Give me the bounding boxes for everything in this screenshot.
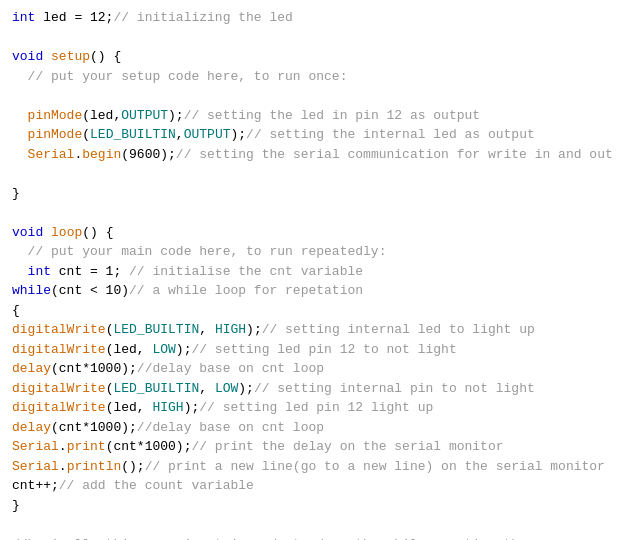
code-segment-normal: () { xyxy=(82,225,113,240)
code-segment-cyan: OUTPUT xyxy=(121,108,168,123)
code-line xyxy=(12,86,610,106)
code-segment-comment: // setting led pin 12 to not light xyxy=(191,342,456,357)
code-segment-normal: (cnt < 10) xyxy=(51,283,129,298)
code-line: Serial.println();// print a new line(go … xyxy=(12,457,610,477)
code-segment-kw: while xyxy=(12,283,51,298)
code-segment-normal: { xyxy=(12,303,20,318)
code-line: while(cnt < 10)// a while loop for repet… xyxy=(12,281,610,301)
code-line: Serial.print(cnt*1000);// print the dela… xyxy=(12,437,610,457)
code-segment-normal: ); xyxy=(246,322,262,337)
code-segment-normal: (cnt*1000); xyxy=(106,439,192,454)
code-segment-cyan: LOW xyxy=(152,342,175,357)
code-segment-comment: // print a new line(go to a new line) on… xyxy=(145,459,605,474)
code-segment-cyan: LED_BUILTIN xyxy=(113,322,199,337)
code-segment-normal xyxy=(12,264,28,279)
code-segment-comment: // initialise the cnt variable xyxy=(129,264,363,279)
code-segment-kw: int xyxy=(28,264,51,279)
code-line: int led = 12;// initializing the led xyxy=(12,8,610,28)
code-segment-fn: delay xyxy=(12,420,51,435)
code-segment-comment: // put your main code here, to run repea… xyxy=(12,244,386,259)
code-segment-cyan: HIGH xyxy=(152,400,183,415)
code-segment-fn: digitalWrite xyxy=(12,342,106,357)
code-line: } xyxy=(12,184,610,204)
code-segment-normal: . xyxy=(59,459,67,474)
code-segment-fn: setup xyxy=(51,49,90,64)
code-segment-normal: (led, xyxy=(82,108,121,123)
code-line xyxy=(12,515,610,535)
code-segment-comment: // setting led pin 12 light up xyxy=(199,400,433,415)
code-segment-comment: // put your setup code here, to run once… xyxy=(12,69,347,84)
code-segment-normal: ); xyxy=(176,342,192,357)
code-segment-fn: Serial xyxy=(12,439,59,454)
code-segment-normal: (led, xyxy=(106,400,153,415)
code-segment-comment: //delay base on cnt loop xyxy=(137,420,324,435)
code-segment-normal: ); xyxy=(238,381,254,396)
code-segment-comment: // setting the serial communication for … xyxy=(176,147,613,162)
code-line: // put your main code here, to run repea… xyxy=(12,242,610,262)
code-segment-normal xyxy=(43,225,51,240)
code-segment-kw: void xyxy=(12,225,43,240)
code-line: digitalWrite(LED_BUILTIN, LOW);// settin… xyxy=(12,379,610,399)
code-segment-normal: ); xyxy=(230,127,246,142)
code-segment-fn: Serial xyxy=(12,459,59,474)
code-segment-normal: cnt++; xyxy=(12,478,59,493)
code-line: delay(cnt*1000);//delay base on cnt loop xyxy=(12,418,610,438)
code-segment-comment: // setting internal pin to not light xyxy=(254,381,535,396)
code-segment-normal: ); xyxy=(168,108,184,123)
code-segment-fn: loop xyxy=(51,225,82,240)
code-segment-normal xyxy=(12,127,28,142)
code-segment-normal: ( xyxy=(82,127,90,142)
code-segment-fn: Serial xyxy=(28,147,75,162)
code-segment-fn: begin xyxy=(82,147,121,162)
code-segment-kw: void xyxy=(12,49,43,64)
code-line xyxy=(12,28,610,48)
code-line: { xyxy=(12,301,610,321)
code-segment-comment: //delay base on cnt loop xyxy=(137,361,324,376)
code-segment-comment: // initializing the led xyxy=(113,10,292,25)
code-segment-cyan: LED_BUILTIN xyxy=(90,127,176,142)
code-segment-fn: pinMode xyxy=(28,127,83,142)
code-segment-fn: delay xyxy=(12,361,51,376)
code-segment-normal: (); xyxy=(121,459,144,474)
code-line xyxy=(12,203,610,223)
code-segment-cyan: OUTPUT xyxy=(184,127,231,142)
code-line: void loop() { xyxy=(12,223,610,243)
code-segment-cyan: LED_BUILTIN xyxy=(113,381,199,396)
code-segment-normal: (cnt*1000); xyxy=(51,361,137,376)
code-line: delay(cnt*1000);//delay base on cnt loop xyxy=(12,359,610,379)
code-line: digitalWrite(LED_BUILTIN, HIGH);// setti… xyxy=(12,320,610,340)
code-segment-normal: . xyxy=(59,439,67,454)
code-segment-fn: digitalWrite xyxy=(12,381,106,396)
code-line: digitalWrite(led, LOW);// setting led pi… xyxy=(12,340,610,360)
code-segment-normal xyxy=(12,108,28,123)
code-segment-normal: (cnt*1000); xyxy=(51,420,137,435)
code-line: pinMode(LED_BUILTIN,OUTPUT);// setting t… xyxy=(12,125,610,145)
code-line: //basically this experiment is made to d… xyxy=(12,535,610,541)
code-editor: int led = 12;// initializing the led voi… xyxy=(12,8,610,540)
code-segment-fn: print xyxy=(67,439,106,454)
code-segment-fn: println xyxy=(67,459,122,474)
code-segment-normal: (led, xyxy=(106,342,153,357)
code-segment-fn: digitalWrite xyxy=(12,400,106,415)
code-segment-comment: // print the delay on the serial monitor xyxy=(191,439,503,454)
code-segment-cyan: HIGH xyxy=(215,322,246,337)
code-segment-normal: led = 12; xyxy=(35,10,113,25)
code-line: cnt++;// add the count variable xyxy=(12,476,610,496)
code-segment-cyan: LOW xyxy=(215,381,238,396)
code-line: digitalWrite(led, HIGH);// setting led p… xyxy=(12,398,610,418)
code-segment-normal: , xyxy=(199,381,215,396)
code-segment-normal: cnt = 1; xyxy=(51,264,129,279)
code-segment-normal: , xyxy=(199,322,215,337)
code-segment-normal: } xyxy=(12,186,20,201)
code-segment-normal: ); xyxy=(184,400,200,415)
code-segment-comment: // setting the internal led as output xyxy=(246,127,535,142)
code-line: // put your setup code here, to run once… xyxy=(12,67,610,87)
code-segment-kw: int xyxy=(12,10,35,25)
code-segment-normal: () { xyxy=(90,49,121,64)
code-line: int cnt = 1; // initialise the cnt varia… xyxy=(12,262,610,282)
code-segment-comment: //basically this experiment is made to d… xyxy=(12,537,527,541)
code-segment-normal xyxy=(12,147,28,162)
code-segment-normal xyxy=(43,49,51,64)
code-line xyxy=(12,164,610,184)
code-line: pinMode(led,OUTPUT);// setting the led i… xyxy=(12,106,610,126)
